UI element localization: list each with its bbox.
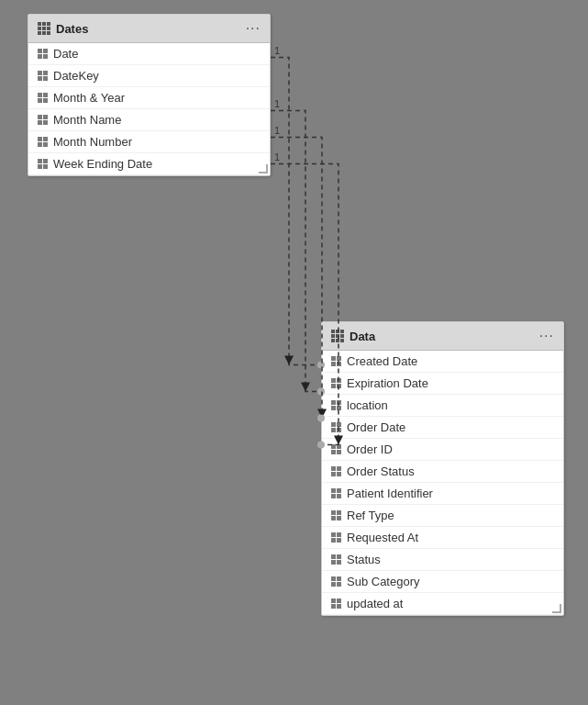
field-name: Date [53, 47, 78, 61]
field-icon [331, 510, 341, 520]
data-field-row[interactable]: Sub Category [322, 571, 563, 593]
dates-field-row[interactable]: Month Number [28, 131, 270, 153]
field-name: DateKey [53, 69, 99, 83]
data-table-menu[interactable]: ··· [539, 328, 554, 344]
field-name: Order Date [347, 420, 405, 434]
field-name: Expiration Date [347, 376, 428, 390]
dates-field-row[interactable]: Month & Year [28, 87, 270, 109]
field-name: Month Name [53, 113, 121, 127]
field-name: Month & Year [53, 91, 125, 105]
connector-line [271, 138, 322, 419]
dates-field-row[interactable]: Week Ending Date [28, 153, 270, 175]
dates-field-row[interactable]: Date [28, 43, 270, 65]
field-icon [331, 576, 341, 587]
field-icon [38, 71, 48, 81]
connector-label: 1 [274, 151, 280, 162]
connector-arrow [284, 356, 294, 365]
field-name: location [347, 398, 388, 412]
field-name: Ref Type [347, 509, 394, 522]
data-table: Data ··· Created DateExpiration Dateloca… [321, 321, 564, 616]
field-name: Created Date [347, 354, 417, 368]
field-name: Order ID [347, 442, 393, 456]
field-icon [38, 49, 48, 59]
field-icon [38, 115, 48, 125]
field-icon [331, 488, 341, 498]
field-name: Order Status [347, 464, 415, 478]
field-icon [331, 356, 341, 366]
field-icon [38, 137, 48, 147]
connector-line [271, 58, 321, 365]
data-resize-handle[interactable] [552, 604, 561, 613]
data-field-row[interactable]: location [322, 395, 563, 417]
field-icon [38, 93, 48, 103]
connector-arrow [301, 383, 310, 392]
connector-line [271, 111, 321, 392]
field-icon [331, 422, 341, 432]
data-fields-list: Created DateExpiration DatelocationOrder… [322, 351, 563, 615]
dates-fields-list: DateDateKeyMonth & YearMonth NameMonth N… [28, 43, 270, 175]
field-icon [38, 159, 48, 169]
field-icon [331, 599, 341, 609]
dates-resize-handle[interactable] [259, 164, 268, 173]
connector-label: 1 [274, 125, 280, 136]
dates-table-header: Dates ··· [28, 15, 270, 43]
field-name: Sub Category [347, 575, 420, 588]
data-field-row[interactable]: Requested At [322, 527, 563, 549]
data-field-row[interactable]: updated at [322, 593, 563, 615]
data-field-row[interactable]: Patient Identifier [322, 483, 563, 505]
dates-table-menu[interactable]: ··· [246, 20, 261, 37]
field-name: updated at [347, 597, 403, 610]
dates-field-row[interactable]: Month Name [28, 109, 270, 131]
field-icon [331, 444, 341, 454]
field-icon [331, 466, 341, 476]
data-table-title: Data [349, 330, 375, 343]
connector-label: 1 [274, 45, 280, 56]
field-name: Month Number [53, 135, 132, 149]
field-name: Week Ending Date [53, 157, 152, 171]
data-table-header: Data ··· [322, 322, 563, 351]
connector-label: 1 [274, 98, 280, 109]
field-name: Status [347, 553, 381, 566]
dates-table-title: Dates [56, 22, 88, 36]
data-field-row[interactable]: Order ID [322, 439, 563, 461]
data-table-icon [331, 330, 344, 342]
field-name: Patient Identifier [347, 487, 433, 500]
data-field-row[interactable]: Ref Type [322, 505, 563, 527]
data-field-row[interactable]: Order Date [322, 417, 563, 439]
field-icon [331, 378, 341, 388]
data-field-row[interactable]: Order Status [322, 461, 563, 483]
dates-table-icon [38, 22, 50, 35]
dates-table: Dates ··· DateDateKeyMonth & YearMonth N… [28, 14, 271, 176]
field-name: Requested At [347, 531, 418, 544]
data-field-row[interactable]: Created Date [322, 351, 563, 373]
field-icon [331, 400, 341, 410]
data-field-row[interactable]: Expiration Date [322, 373, 563, 395]
data-field-row[interactable]: Status [322, 549, 563, 571]
dates-field-row[interactable]: DateKey [28, 65, 270, 87]
field-icon [331, 554, 341, 565]
field-icon [331, 532, 341, 543]
